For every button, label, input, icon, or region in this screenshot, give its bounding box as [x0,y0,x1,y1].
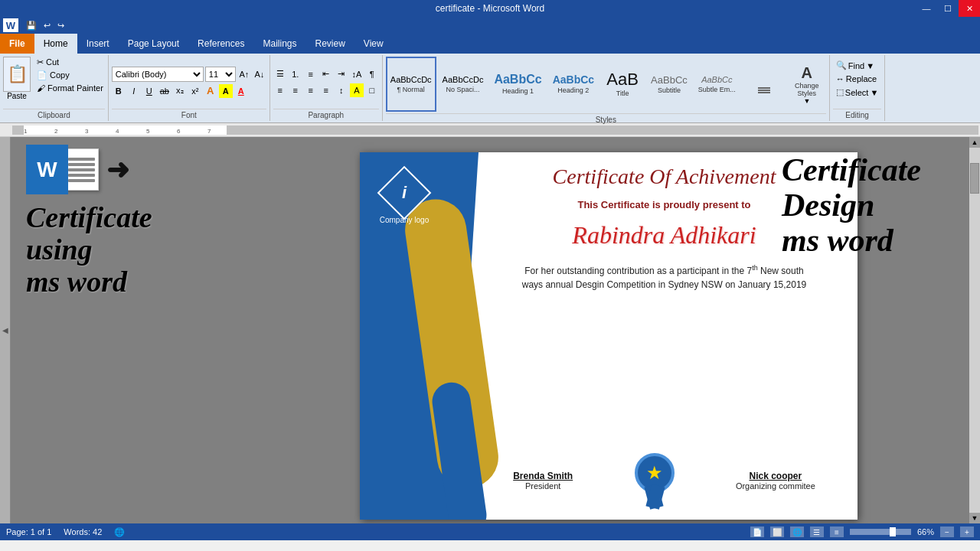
document-title: certificate - Microsoft Word [436,3,544,14]
zoom-out-button[interactable]: − [940,527,954,537]
full-screen-view-button[interactable]: ⬜ [770,527,784,537]
cert-title: Certificate Of Achivement [553,164,776,190]
cert-medal: ★ [635,453,675,508]
borders-button[interactable]: □ [365,83,379,97]
cut-button[interactable]: ✂ Cut [35,57,105,68]
underline-button[interactable]: U [142,84,156,98]
line-spacing-button[interactable]: ↕ [335,83,348,97]
medal-star-icon: ★ [646,462,663,484]
zoom-thumb[interactable] [890,527,896,536]
maximize-button[interactable]: ☐ [937,0,959,17]
clipboard-group: 📋 Paste ✂ Cut 📄 Copy 🖌 Format Painter Cl… [0,55,109,121]
font-family-select[interactable]: Calibri (Body) [112,67,204,82]
language-indicator: 🌐 [114,527,125,537]
strikethrough-button[interactable]: ab [158,84,172,98]
align-left-button[interactable]: ≡ [273,83,287,97]
ribbon-content: 📋 Paste ✂ Cut 📄 Copy 🖌 Format Painter Cl… [0,54,980,122]
save-qat-button[interactable]: 💾 [24,20,39,31]
overlay-right-text: Certificate Design ms word [782,152,965,259]
status-bar: Page: 1 of 1 Words: 42 🌐 📄 ⬜ 🌐 ☰ ≡ 66% −… [0,523,980,540]
style-more[interactable] [742,57,786,112]
page-info: Page: 1 of 1 [6,527,51,536]
replace-button[interactable]: ↔ Replace [833,73,881,84]
show-hide-button[interactable]: ¶ [365,67,379,81]
sort-button[interactable]: ↕A [350,67,364,81]
scroll-track[interactable] [969,148,980,513]
find-button[interactable]: 🔍 Find ▼ [833,60,881,71]
print-layout-view-button[interactable]: 📄 [750,527,764,537]
style-heading2[interactable]: AaBbCc Heading 2 [548,57,599,112]
numbering-button[interactable]: 1. [289,67,302,81]
subscript-button[interactable]: x₂ [173,84,187,98]
tab-home[interactable]: Home [34,34,77,54]
web-layout-view-button[interactable]: 🌐 [790,527,804,537]
tab-review[interactable]: Review [305,34,354,54]
text-effects-button[interactable]: A [204,84,217,98]
decrease-indent-button[interactable]: ⇤ [319,67,333,81]
style-subtle-emphasis-label: Subtle Em... [698,86,736,93]
arrow-right-icon: ➜ [106,154,129,186]
title-bar: certificate - Microsoft Word — ☐ ✕ [0,0,980,17]
bullets-button[interactable]: ☰ [273,67,287,81]
style-subtle-emphasis[interactable]: AaBbCc Subtle Em... [694,57,740,112]
scroll-thumb[interactable] [970,163,979,194]
cert-signatures: Brenda Smith President ★ Nick cooper [482,453,846,508]
style-no-spacing[interactable]: AaBbCcDc No Spaci... [438,57,488,112]
tab-references[interactable]: References [188,34,253,54]
cert-signer1-title: President [513,481,573,491]
document-lines-icon [64,148,99,191]
close-button[interactable]: ✕ [959,0,980,17]
paste-icon: 📋 [3,57,31,92]
increase-indent-button[interactable]: ⇥ [335,67,348,81]
tab-insert[interactable]: Insert [77,34,119,54]
change-styles-button[interactable]: A ChangeStyles ▼ [788,63,826,106]
select-button[interactable]: ⬚ Select ▼ [833,86,881,98]
cert-description: For her outstanding contribution as a pa… [514,263,815,292]
italic-button[interactable]: I [127,84,141,98]
styles-group-label: Styles [386,113,826,124]
ribbon: File Home Insert Page Layout References … [0,34,980,123]
font-size-select[interactable]: 11 [205,67,236,82]
tab-file[interactable]: File [0,34,34,54]
format-painter-button[interactable]: 🖌 Format Painter [35,83,105,93]
multilevel-button[interactable]: ≡ [304,67,318,81]
align-right-button[interactable]: ≡ [304,83,318,97]
style-normal[interactable]: AaBbCcDc ¶ Normal [386,57,436,112]
grow-font-button[interactable]: A↑ [237,67,251,81]
tab-page-layout[interactable]: Page Layout [119,34,188,54]
style-heading2-preview: AaBbCc [553,74,594,85]
shading-button[interactable]: A [350,83,364,97]
vertical-scrollbar[interactable]: ▲ ▼ [969,137,980,523]
overlay-left-text: W ➜ Certificate using ms word [26,145,248,298]
zoom-slider[interactable] [850,529,911,535]
cert-signer2-name: Nick cooper [736,471,815,481]
justify-button[interactable]: ≡ [319,83,333,97]
document-area[interactable]: W ➜ Certificate using ms word Cert [11,137,969,523]
align-center-button[interactable]: ≡ [289,83,302,97]
scroll-up-button[interactable]: ▲ [969,137,980,148]
tab-view[interactable]: View [354,34,393,54]
paste-button[interactable]: 📋 Paste [3,57,31,100]
undo-qat-button[interactable]: ↩ [41,20,53,31]
bold-button[interactable]: B [112,84,126,98]
superscript-button[interactable]: x² [188,84,202,98]
outline-view-button[interactable]: ☰ [810,527,824,537]
style-heading1[interactable]: AaBbCc Heading 1 [489,57,546,112]
font-color-button[interactable]: A [234,84,248,98]
shrink-font-button[interactable]: A↓ [253,67,266,81]
cert-logo-diamond: i [377,166,432,220]
cert-logo-text: Company logo [374,216,435,224]
copy-button[interactable]: 📄 Copy [35,70,105,81]
sidebar-toggle-button[interactable]: ◀ [1,326,10,335]
style-title[interactable]: AaB Title [600,57,645,112]
paragraph-group: ☰ 1. ≡ ⇤ ⇥ ↕A ¶ ≡ ≡ ≡ ≡ ↕ A [270,55,383,121]
zoom-in-button[interactable]: + [960,527,974,537]
redo-qat-button[interactable]: ↪ [55,20,67,31]
tab-mailings[interactable]: Mailings [253,34,305,54]
minimize-button[interactable]: — [916,0,937,17]
style-normal-label: ¶ Normal [397,86,425,93]
scroll-down-button[interactable]: ▼ [969,513,980,523]
highlight-button[interactable]: A [219,84,233,98]
style-subtitle[interactable]: AaBbCc Subtitle [646,57,692,112]
draft-view-button[interactable]: ≡ [830,527,844,537]
